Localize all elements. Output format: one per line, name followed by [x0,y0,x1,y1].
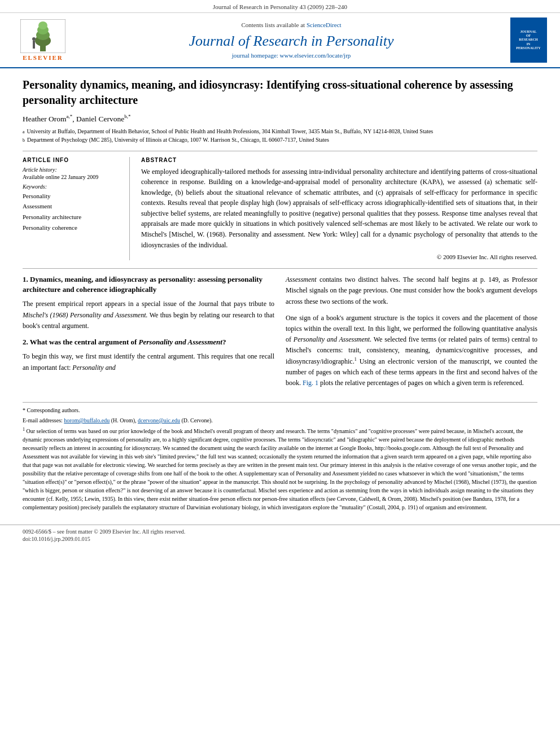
email-label: E-mail addresses: [23,417,63,423]
affiliation-1: a University at Buffalo, Department of H… [23,127,537,136]
keyword-3: Personality architecture [23,212,121,222]
right-col-para-2: One sign of a book's argument structure … [286,313,537,388]
right-col-para-1: Assessment contains two distinct halves.… [286,274,537,307]
article-info-abstract: ARTICLE INFO Article history: Available … [23,157,537,261]
affil-2-sup: b [23,137,25,144]
keywords-heading: Keywords: [23,184,121,190]
journal-title-header: Journal of Research in Personality [189,33,394,50]
footnote-1-text: Our selection of terms was based on our … [23,428,536,510]
journal-header: ELSEVIER Contents lists available at Sci… [0,13,560,68]
footnote-area: * Corresponding authors. E-mail addresse… [23,402,537,512]
email-orom[interactable]: horom@buffalo.edu [64,417,110,423]
author-2-sup: b,* [124,113,130,119]
journal-header-left: ELSEVIER [9,18,77,63]
page-container: Journal of Research in Personality 43 (2… [0,0,560,747]
personality-italic-2: Personality and Assessment. [294,335,371,343]
journal-header-right: JOURNALOFRESEARCHINPERSONALITY [506,18,551,63]
abstract-copyright: © 2009 Elsevier Inc. All rights reserved… [141,254,537,260]
svg-point-4 [38,21,47,29]
article-info-col: ARTICLE INFO Article history: Available … [23,157,130,261]
main-content: Personality dynamics, meaning, and idios… [0,68,560,519]
affiliation-2: b Department of Psychology (MC 285), Uni… [23,136,537,144]
authors-line: Heather Oroma,*, Daniel Cervoneb,* [23,113,537,124]
body-content: 1. Dynamics, meaning, and idiosyncrasy a… [23,274,537,394]
elsevier-logo: ELSEVIER [20,19,65,61]
keyword-2: Assessment [23,201,121,212]
journal-cover-image: JOURNALOFRESEARCHINPERSONALITY [510,18,547,63]
footnote-1-sup: 1 [23,427,25,432]
footnote-ref-1: 1 [355,357,357,362]
footnote-1-line: 1 Our selection of terms was based on ou… [23,426,537,512]
conjunction-and: and [528,346,537,354]
section-1-title: 1. Dynamics, meaning, and idiosyncrasy a… [23,274,274,294]
journal-homepage-link[interactable]: journal homepage: www.elsevier.com/locat… [232,52,351,59]
article-history-heading: Article history: [23,167,121,173]
email-orom-person: (H. Orom), [111,417,137,423]
elsevier-label: ELSEVIER [23,54,63,61]
abstract-heading: ABSTRACT [141,157,537,163]
elsevier-tree-icon [20,19,65,53]
personality-and-ref: Personality and [72,364,115,372]
abstract-text: We employed ideographically-tailored met… [141,167,537,251]
citation-text: Journal of Research in Personality 43 (2… [213,3,347,10]
author-2-name: Daniel Cervone [76,115,124,123]
corresponding-authors-label: * Corresponding authors. [23,406,537,414]
article-available-online: Available online 22 January 2009 [23,174,121,180]
section-1-title-text: 1. Dynamics, meaning, and idiosyncrasy a… [23,275,262,294]
author-1-sup: a,* [67,113,73,119]
svg-point-6 [32,37,36,41]
affil-1-text: University at Buffalo, Department of Hea… [27,127,434,136]
email-cervone-person: (D. Cervone). [182,417,213,423]
email-cervone[interactable]: dcervone@uic.edu [138,417,180,423]
svg-rect-5 [33,41,35,49]
bottom-bar-line-2: doi:10.1016/j.jrp.2009.01.015 [23,536,537,542]
affil-1-sup: a [23,129,25,136]
author-1-name: Heather Orom [23,115,67,123]
section-2-title: 2. What was the central argument of Pers… [23,337,274,347]
divider-1 [23,151,537,151]
divider-2 [23,268,537,269]
keyword-4: Personality coherence [23,222,121,233]
keywords-list: Personality Assessment Personality archi… [23,191,121,233]
body-left-col: 1. Dynamics, meaning, and idiosyncrasy a… [23,274,274,394]
sciencedirect-link[interactable]: ScienceDirect [307,21,342,28]
assessment-text: Assessment [286,276,317,283]
abstract-col: ABSTRACT We employed ideographically-tai… [141,157,537,261]
sciencedirect-label: Contents lists available at [241,21,305,28]
fig-1-ref: Fig. 1 [303,379,318,387]
mischel-ref-1: Mischel's (1968) Personality and Assessm… [23,311,148,319]
top-citation: Journal of Research in Personality 43 (2… [0,0,560,13]
corresponding-label-text: * Corresponding authors. [23,407,80,413]
section-2-title-italic: Personality and Assessment [139,338,222,346]
sciencedirect-line: Contents lists available at ScienceDirec… [241,21,341,28]
affil-2-text: Department of Psychology (MC 285), Unive… [27,136,329,144]
article-title: Personality dynamics, meaning, and idios… [23,77,537,108]
article-info-heading: ARTICLE INFO [23,157,121,163]
section-1-paragraph: The present empirical report appears in … [23,299,274,331]
cover-title-text: JOURNALOFRESEARCHINPERSONALITY [516,30,540,50]
bottom-bar: 0092-6566/$ – see front matter © 2009 El… [0,525,560,542]
section-2-paragraph: To begin this way, we first must identif… [23,351,274,373]
journal-homepage-line: journal homepage: www.elsevier.com/locat… [232,52,351,59]
affiliations: a University at Buffalo, Department of H… [23,127,537,144]
keyword-1: Personality [23,191,121,202]
email-line: E-mail addresses: horom@buffalo.edu (H. … [23,416,537,425]
body-right-col: Assessment contains two distinct halves.… [286,274,537,394]
bottom-bar-line-1: 0092-6566/$ – see front matter © 2009 El… [23,528,537,535]
journal-header-center: Contents lists available at ScienceDirec… [82,18,500,63]
